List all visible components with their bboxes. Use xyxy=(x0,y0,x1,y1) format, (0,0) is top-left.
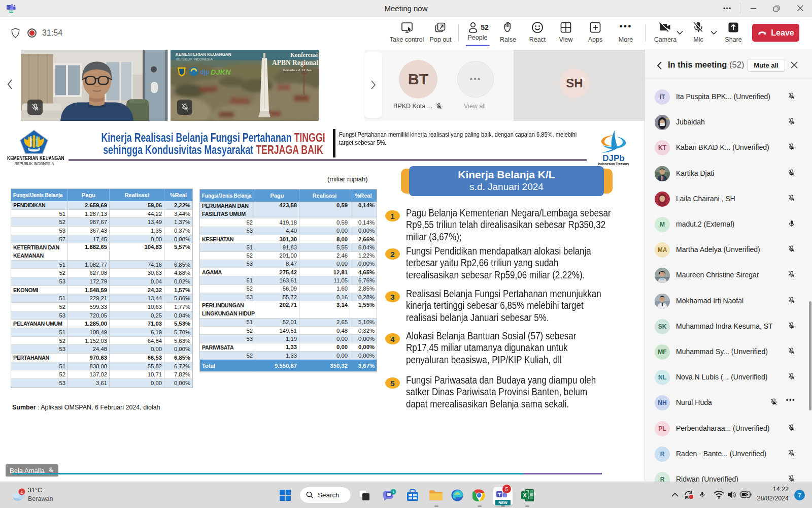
svg-text:DJKN: DJKN xyxy=(211,68,231,76)
svg-text:Periode s.d. 31 Jan: Periode s.d. 31 Jan xyxy=(283,68,312,72)
svg-text:KAHMI: KAHMI xyxy=(666,117,670,120)
svg-text:Konferensi: Konferensi xyxy=(290,52,318,58)
svg-text:T: T xyxy=(498,492,501,497)
svg-text:APBN Regional Banten: APBN Regional Banten xyxy=(272,59,319,67)
svg-text:Indonesian Treasury: Indonesian Treasury xyxy=(598,162,629,166)
svg-text:X: X xyxy=(523,492,527,498)
svg-text:REPUBLIK INDONESIA: REPUBLIK INDONESIA xyxy=(176,57,213,61)
svg-text:1: 1 xyxy=(20,490,23,495)
svg-text:djp: djp xyxy=(200,69,210,76)
svg-text:1: 1 xyxy=(392,490,395,494)
svg-text:KEMENTERIAN KEUANGAN: KEMENTERIAN KEUANGAN xyxy=(176,52,231,57)
